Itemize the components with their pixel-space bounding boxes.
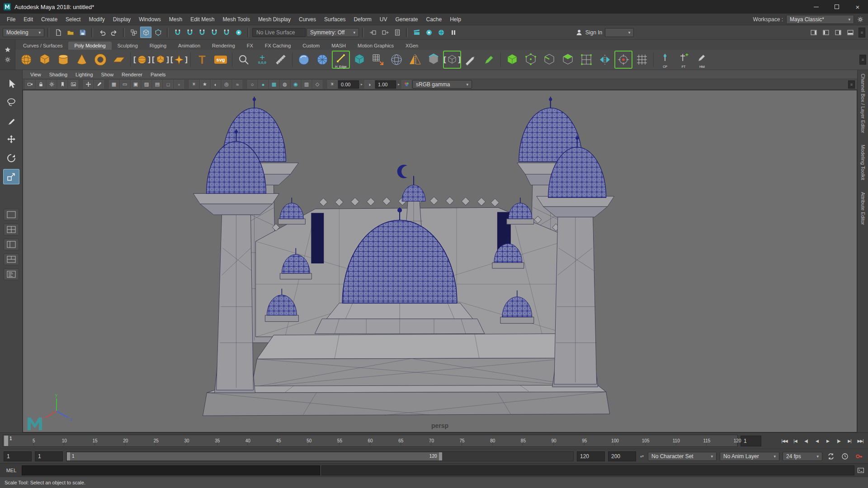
primitive-options-icon[interactable] <box>170 51 188 69</box>
anti-aliasing-icon[interactable]: ≈ <box>232 80 242 89</box>
symmetry-toggle-icon[interactable] <box>596 51 614 69</box>
poly-cone-icon[interactable] <box>73 51 91 69</box>
poly-cylinder-icon[interactable] <box>54 51 72 69</box>
field-chart-icon[interactable]: ▤ <box>152 80 162 89</box>
animation-end-field[interactable]: 200 <box>608 451 636 461</box>
sign-in-group[interactable]: Sign In ▾ <box>576 28 634 37</box>
x-ray-icon[interactable]: ▥ <box>302 80 311 89</box>
image-plane-icon[interactable] <box>68 80 78 89</box>
range-slider-handle[interactable]: 1 120 <box>67 452 442 460</box>
wireframe-sphere-icon[interactable] <box>387 51 406 69</box>
menu-set-dropdown[interactable]: Modeling ▾ <box>3 28 44 37</box>
camera-attributes-icon[interactable] <box>47 80 57 89</box>
edge-mode-icon[interactable] <box>540 51 558 69</box>
select-camera-icon[interactable] <box>25 80 35 89</box>
safe-title-icon[interactable]: ▫ <box>174 80 184 89</box>
shelf-tab-mash[interactable]: MASH <box>326 42 352 50</box>
group-collapse-handle[interactable] <box>91 28 93 37</box>
select-tool-icon[interactable] <box>3 76 19 92</box>
measure-tool-icon[interactable] <box>272 51 290 69</box>
status-line-menu-button[interactable]: ≡ <box>859 28 865 38</box>
group-collapse-handle[interactable] <box>247 28 249 37</box>
shelf-tab-xgen[interactable]: XGen <box>400 42 424 50</box>
playback-start-field[interactable]: 1 <box>35 451 63 461</box>
poly-plane-icon[interactable] <box>110 51 128 69</box>
timeline-tick[interactable]: 5 <box>3 435 34 446</box>
playback-looping-icon[interactable] <box>826 451 836 461</box>
isolate-select-icon[interactable]: ◇ <box>312 80 322 89</box>
menu-surfaces[interactable]: Surfaces <box>320 14 349 25</box>
mirror-icon[interactable] <box>406 51 424 69</box>
shelf-menu-button[interactable]: ≡ <box>859 55 866 65</box>
grease-pencil-icon[interactable] <box>94 80 104 89</box>
shelf-tab-animation[interactable]: Animation <box>172 42 206 50</box>
four-pane-layout-button[interactable] <box>4 224 19 235</box>
script-editor-icon[interactable] <box>854 467 867 474</box>
quad-cube-icon[interactable] <box>350 51 368 69</box>
timeline-tick[interactable]: 50 <box>278 435 309 446</box>
shelf-selector-icon[interactable] <box>5 47 11 53</box>
face-mode-icon[interactable] <box>559 51 577 69</box>
color-management-icon[interactable] <box>401 80 411 89</box>
shelf-tab-rendering[interactable]: Rendering <box>206 42 241 50</box>
menu-generate[interactable]: Generate <box>391 14 422 25</box>
exposure-icon[interactable]: ☀ <box>327 80 337 89</box>
auto-keyframe-icon[interactable] <box>854 451 864 461</box>
timeline-tick[interactable]: 80 <box>462 435 493 446</box>
toggle-channel-box-icon[interactable] <box>832 27 844 38</box>
move-tool-icon[interactable] <box>3 132 19 147</box>
bookmarks-icon[interactable] <box>57 80 67 89</box>
group-collapse-handle[interactable] <box>406 28 408 37</box>
select-by-hierarchy-icon[interactable] <box>128 27 139 38</box>
mid-platform[interactable] <box>251 334 578 388</box>
tab-channel-box-layer-editor[interactable]: Channel Box / Layer Editor <box>860 74 866 133</box>
workspace-options-icon[interactable] <box>857 16 863 23</box>
menu-mesh[interactable]: Mesh <box>165 14 186 25</box>
split-pane-layout-button[interactable] <box>4 253 19 265</box>
menu-deform[interactable]: Deform <box>349 14 375 25</box>
type-tool-icon[interactable]: T <box>193 51 211 69</box>
platonic-options-icon[interactable] <box>151 51 170 69</box>
rotate-tool-icon[interactable] <box>3 150 19 166</box>
uv-mode-icon[interactable] <box>577 51 595 69</box>
wireframe-on-shaded-icon[interactable]: ◉ <box>291 80 301 89</box>
menu-mesh-tools[interactable]: Mesh Tools <box>219 14 254 25</box>
panel-toolbar-menu-button[interactable]: ≡ <box>848 80 855 89</box>
menu-edit[interactable]: Edit <box>19 14 37 25</box>
save-scene-icon[interactable] <box>77 27 88 38</box>
multi-cut-icon[interactable] <box>462 51 480 69</box>
group-collapse-handle[interactable] <box>362 28 364 37</box>
timeline-tick[interactable]: 100 <box>585 435 615 446</box>
default-lighting-icon[interactable]: ☀ <box>189 80 199 89</box>
shelf-tab-rigging[interactable]: Rigging <box>144 42 172 50</box>
group-collapse-handle[interactable] <box>167 28 169 37</box>
workspace-dropdown[interactable]: Maya Classic* ▾ <box>786 15 854 24</box>
menu-cache[interactable]: Cache <box>422 14 446 25</box>
menu-uv[interactable]: UV <box>376 14 392 25</box>
lattice-icon[interactable] <box>633 51 651 69</box>
step-forward-key-button[interactable]: |▶ <box>834 436 844 446</box>
timeline-tick[interactable]: 45 <box>248 435 278 446</box>
menu-help[interactable]: Help <box>446 14 465 25</box>
go-to-end-button[interactable]: ▶▶| <box>855 436 865 446</box>
panel-menu-lighting[interactable]: Lighting <box>71 72 97 77</box>
pause-viewport-icon[interactable] <box>448 27 459 38</box>
outliner-layout-button[interactable] <box>4 268 19 280</box>
redo-icon[interactable] <box>108 27 120 38</box>
resolution-gate-icon[interactable]: ▣ <box>131 80 141 89</box>
shelf-tab-fx[interactable]: FX <box>241 42 259 50</box>
film-gate-icon[interactable]: ▭ <box>120 80 130 89</box>
play-forwards-button[interactable]: ▶ <box>823 436 833 446</box>
timeline-tick[interactable]: 35 <box>187 435 217 446</box>
menu-edit-mesh[interactable]: Edit Mesh <box>186 14 218 25</box>
step-forward-frame-button[interactable]: ▶| <box>844 436 854 446</box>
snap-to-projected-center-icon[interactable] <box>208 27 220 38</box>
group-collapse-handle[interactable] <box>47 28 49 37</box>
command-input-field[interactable] <box>22 465 320 475</box>
title-bar[interactable]: Autodesk Maya 2018: untitled* × <box>0 0 868 14</box>
timeline-tick[interactable]: 115 <box>676 435 707 446</box>
panel-menu-show[interactable]: Show <box>97 72 118 77</box>
step-back-key-button[interactable]: ◀| <box>801 436 811 446</box>
shelf-tab-curves-surfaces[interactable]: Curves / Surfaces <box>17 42 68 50</box>
menu-display[interactable]: Display <box>109 14 135 25</box>
